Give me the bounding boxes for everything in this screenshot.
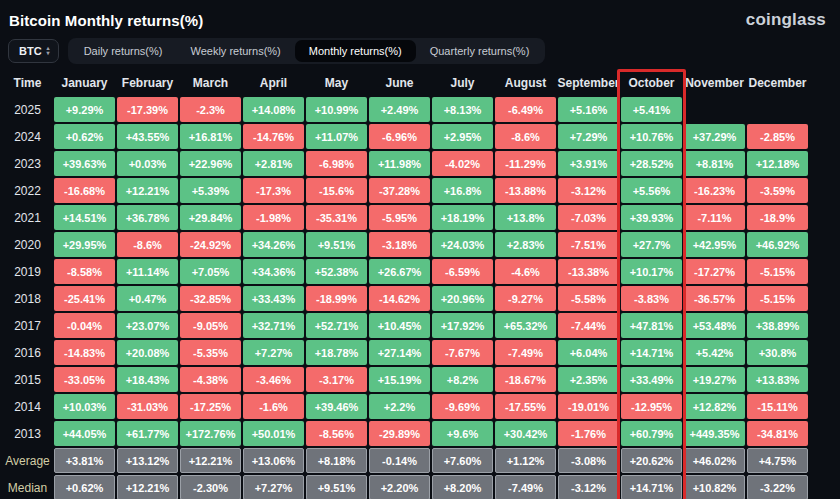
return-cell-median-august: -7.49% — [495, 475, 556, 499]
return-cell-2013-may: -8.56% — [306, 421, 367, 446]
return-cell-median-january: +0.62% — [54, 475, 115, 499]
return-cell-2018-june: -14.62% — [369, 286, 430, 311]
return-cell-2016-november: +5.42% — [684, 340, 745, 365]
column-header-november: November — [684, 71, 745, 95]
return-cell-2025-august: -6.49% — [495, 97, 556, 122]
return-cell-2020-february: -8.6% — [117, 232, 178, 257]
return-cell-2025-june: +2.49% — [369, 97, 430, 122]
tab-quarterly-returns[interactable]: Quarterly returns(%) — [416, 40, 544, 62]
return-cell-2025-april: +14.08% — [243, 97, 304, 122]
return-cell-2020-august: +2.83% — [495, 232, 556, 257]
column-header-october: October — [621, 71, 682, 95]
return-cell-2024-april: -14.76% — [243, 124, 304, 149]
return-cell-2017-february: +23.07% — [117, 313, 178, 338]
return-cell-2020-december: +46.92% — [747, 232, 808, 257]
return-cell-2019-september: -13.38% — [558, 259, 619, 284]
return-cell-2017-july: +17.92% — [432, 313, 493, 338]
return-cell-2017-january: -0.04% — [54, 313, 115, 338]
tab-daily-returns[interactable]: Daily returns(%) — [70, 40, 177, 62]
table-row-2020: 2020+29.95%-8.6%-24.92%+34.26%+9.51%-3.1… — [1, 232, 840, 257]
return-cell-2018-january: -25.41% — [54, 286, 115, 311]
return-cell-2023-march: +22.96% — [180, 151, 241, 176]
return-cell-2013-february: +61.77% — [117, 421, 178, 446]
return-cell-2013-september: -1.76% — [558, 421, 619, 446]
return-cell-2013-june: -29.89% — [369, 421, 430, 446]
return-cell-2020-september: -7.51% — [558, 232, 619, 257]
return-cell-2025-march: -2.3% — [180, 97, 241, 122]
returns-period-tabs: Daily returns(%)Weekly returns(%)Monthly… — [68, 38, 546, 64]
return-cell-2015-june: +15.19% — [369, 367, 430, 392]
return-cell-average-october: +20.62% — [621, 448, 682, 473]
return-cell-2016-october: +14.71% — [621, 340, 682, 365]
return-cell-2018-march: -32.85% — [180, 286, 241, 311]
return-cell-2023-september: +3.91% — [558, 151, 619, 176]
return-cell-2016-december: +30.8% — [747, 340, 808, 365]
return-cell-2021-february: +36.78% — [117, 205, 178, 230]
row-label-2014: 2014 — [1, 394, 54, 419]
return-cell-2020-may: +9.51% — [306, 232, 367, 257]
coin-selector[interactable]: BTC ▴ ▾ — [8, 39, 59, 63]
return-cell-2024-october: +10.76% — [621, 124, 682, 149]
return-cell-median-october: +14.71% — [621, 475, 682, 499]
return-cell-2017-october: +47.81% — [621, 313, 682, 338]
return-cell-2020-march: -24.92% — [180, 232, 241, 257]
return-cell-2021-november: -7.11% — [684, 205, 745, 230]
return-cell-2013-january: +44.05% — [54, 421, 115, 446]
return-cell-2023-august: -11.29% — [495, 151, 556, 176]
return-cell-average-january: +3.81% — [54, 448, 115, 473]
return-cell-2024-july: +2.95% — [432, 124, 493, 149]
return-cell-2022-january: -16.68% — [54, 178, 115, 203]
return-cell-2025-october: +5.41% — [621, 97, 682, 122]
return-cell-2014-december: -15.11% — [747, 394, 808, 419]
return-cell-2019-august: -4.6% — [495, 259, 556, 284]
return-cell-2015-september: +2.35% — [558, 367, 619, 392]
return-cell-2017-june: +10.45% — [369, 313, 430, 338]
table-row-average: Average+3.81%+13.12%+12.21%+13.06%+8.18%… — [1, 448, 840, 473]
tab-monthly-returns[interactable]: Monthly returns(%) — [295, 40, 416, 62]
return-cell-2014-july: -9.69% — [432, 394, 493, 419]
return-cell-2016-july: -7.67% — [432, 340, 493, 365]
return-cell-median-december: -3.22% — [747, 475, 808, 499]
column-header-december: December — [747, 71, 808, 95]
return-cell-2021-april: -1.98% — [243, 205, 304, 230]
row-label-median: Median — [1, 475, 54, 499]
row-label-2019: 2019 — [1, 259, 54, 284]
return-cell-average-august: +1.12% — [495, 448, 556, 473]
return-cell-2022-august: -13.88% — [495, 178, 556, 203]
return-cell-2014-september: -19.01% — [558, 394, 619, 419]
return-cell-median-july: +8.20% — [432, 475, 493, 499]
return-cell-2014-march: -17.25% — [180, 394, 241, 419]
return-cell-2018-december: -5.15% — [747, 286, 808, 311]
return-cell-median-february: +12.21% — [117, 475, 178, 499]
return-cell-2015-november: +19.27% — [684, 367, 745, 392]
return-cell-2019-march: +7.05% — [180, 259, 241, 284]
row-label-2013: 2013 — [1, 421, 54, 446]
row-label-2016: 2016 — [1, 340, 54, 365]
return-cell-2019-may: +52.38% — [306, 259, 367, 284]
return-cell-2021-august: +13.8% — [495, 205, 556, 230]
return-cell-2013-july: +9.6% — [432, 421, 493, 446]
return-cell-2013-march: +172.76% — [180, 421, 241, 446]
return-cell-2018-october: -3.83% — [621, 286, 682, 311]
return-cell-2024-january: +0.62% — [54, 124, 115, 149]
return-cell-2021-september: -7.03% — [558, 205, 619, 230]
return-cell-2024-december: -2.85% — [747, 124, 808, 149]
return-cell-2018-april: +33.43% — [243, 286, 304, 311]
return-cell-median-november: +10.82% — [684, 475, 745, 499]
return-cell-2023-april: +2.81% — [243, 151, 304, 176]
return-cell-2015-april: -3.46% — [243, 367, 304, 392]
return-cell-2019-november: -17.27% — [684, 259, 745, 284]
return-cell-2024-march: +16.81% — [180, 124, 241, 149]
return-cell-average-december: +4.75% — [747, 448, 808, 473]
return-cell-2017-november: +53.48% — [684, 313, 745, 338]
return-cell-average-february: +13.12% — [117, 448, 178, 473]
coinglass-logo: coinglass — [746, 10, 826, 30]
tab-weekly-returns[interactable]: Weekly returns(%) — [176, 40, 294, 62]
return-cell-2019-december: -5.15% — [747, 259, 808, 284]
return-cell-median-april: +7.27% — [243, 475, 304, 499]
return-cell-average-november: +46.02% — [684, 448, 745, 473]
return-cell-2025-december — [747, 97, 808, 122]
return-cell-2025-february: -17.39% — [117, 97, 178, 122]
return-cell-2019-june: +26.67% — [369, 259, 430, 284]
return-cell-2023-february: +0.03% — [117, 151, 178, 176]
